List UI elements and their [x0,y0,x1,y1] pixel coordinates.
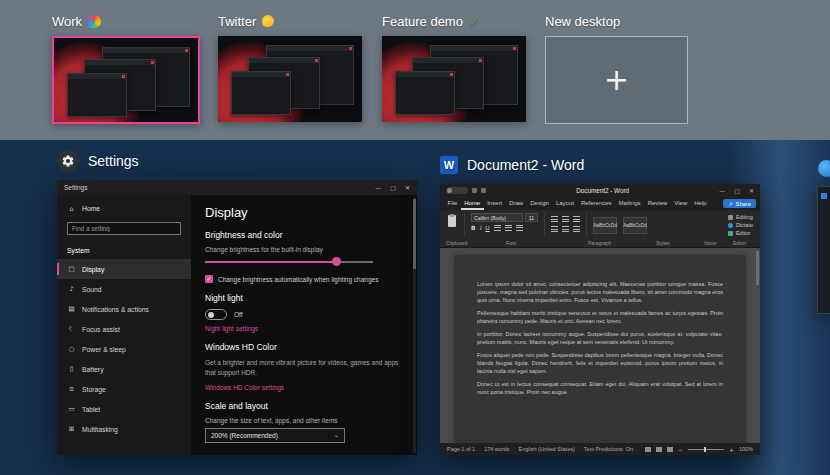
word-window-header[interactable]: W Document2 - Word [440,154,760,176]
group-label-voice: Voice [704,240,716,246]
tab-help: Help [691,197,710,210]
desktop-feature-demo-label[interactable]: Feature demo ✓ [382,10,526,32]
brightness-label: Change brightness for the built-in displ… [205,246,403,253]
ribbon-tabs: File Home Insert Draw Design Layout Refe… [440,197,760,210]
bird-icon [262,15,274,27]
word-statusbar: Page 1 of 1 174 words English (United St… [440,443,760,455]
desktop-work[interactable]: Work [52,10,200,124]
desktop-name: Feature demo [382,14,463,29]
sidebar-item-label: Display [82,266,104,273]
desktop-work-thumbnail[interactable] [52,36,200,124]
tab-layout: Layout [552,197,577,210]
partial-window-thumbnail[interactable] [817,186,830,314]
status-page: Page 1 of 1 [447,446,475,452]
desktop-feature-demo[interactable]: Feature demo ✓ [382,10,526,122]
editing-label: Editing [736,214,753,220]
font-controls-row: Calibri (Body) 11 [471,213,538,222]
editor-icon [728,231,733,236]
word-window: W Document2 - Word Document2 - Word — ▢ … [440,154,760,455]
zoom-in-icon: + [729,446,734,453]
scrollbar-thumb [413,199,416,269]
group-label-paragraph: Paragraph [588,240,611,246]
desktop-wallpaper-art [218,36,362,122]
paste-group [445,213,458,237]
auto-brightness-label: Change brightness automatically when lig… [218,276,378,283]
hdr-description: Get a brighter and more vibrant picture … [205,358,410,378]
word-thumbnail[interactable]: Document2 - Word — ▢ ✕ File Home Insert … [440,184,760,455]
tablet-icon: ▭ [67,405,76,413]
tab-view: View [671,197,691,210]
print-layout-icon [656,447,662,452]
tab-mailings: Mailings [615,197,644,210]
doc-paragraph: Donec ut est in lectus consequat consequ… [477,381,723,397]
desktop-new[interactable]: New desktop + [545,10,688,124]
settings-search-input [67,222,181,235]
align-left-icon [551,226,558,232]
sidebar-item-label: Sound [82,286,102,293]
minimize-icon: — [375,184,381,191]
sidebar-item-label: Multitasking [82,426,118,433]
scale-label: Change the size of text, apps, and other… [205,417,403,424]
settings-window: Settings Settings — ▢ ✕ ⌂ Home Syste [57,150,417,455]
read-mode-icon [645,447,651,452]
palette-icon [88,15,101,28]
status-predictions: Text Predictions: On [584,446,633,452]
style-chip-no-spacing: AaBbCcDd [623,217,647,234]
focus-assist-icon: ☾ [67,325,76,333]
microphone-icon [728,223,733,228]
task-view-screen: Work Twitter [0,0,830,475]
word-window-title: Document2 - Word [467,157,584,173]
share-icon: ↗ [728,201,733,207]
zoom-out-icon: − [678,446,683,453]
checkbox-checked-icon: ✓ [205,275,213,283]
format-icons-row: B I U [471,225,538,231]
night-light-state: Off [234,311,243,318]
window-controls: — ▢ ✕ [719,187,754,194]
tab-draw: Draw [506,197,527,210]
settings-window-header[interactable]: Settings [57,150,417,172]
list-icons-row [551,216,580,222]
maximize-icon: ▢ [734,187,740,194]
statusbar-right: − + 100% [645,446,753,453]
sidebar-section-system: System [57,244,191,259]
align-right-icon [573,226,580,232]
night-light-settings-link: Night light settings [205,325,403,332]
font-color-icon [516,225,523,231]
desktop-wallpaper-art [54,38,198,122]
settings-content: Display Brightness and color Change brig… [191,195,417,455]
dictate-button: Dictate [728,222,753,228]
desktop-twitter-thumbnail[interactable] [218,36,362,122]
sidebar-item-label: Storage [82,386,106,393]
desktop-twitter-label[interactable]: Twitter [218,10,362,32]
night-light-heading: Night light [205,293,403,303]
slider-fill [205,261,336,263]
bold-icon: B [471,225,476,231]
storage-icon: ≡ [67,385,76,393]
desktop-work-label[interactable]: Work [52,10,200,32]
settings-thumbnail[interactable]: Settings — ▢ ✕ ⌂ Home System □ [57,180,417,455]
tab-file: File [444,197,461,210]
share-label: Share [736,201,751,207]
sidebar-item-power-sleep: ○ Power & sleep [57,339,191,359]
sidebar-item-battery: ▯ Battery [57,359,191,379]
minimize-icon: — [719,187,725,194]
new-desktop-button[interactable]: + [545,36,688,124]
tab-references: References [577,197,615,210]
desktop-feature-demo-thumbnail[interactable] [382,36,526,122]
desktop-twitter[interactable]: Twitter [218,10,362,122]
align-icons-row [551,226,580,232]
indent-icon [573,216,580,222]
align-center-icon [562,226,569,232]
sidebar-item-label: Focus assist [82,326,120,333]
mini-window [395,71,455,115]
ribbon-right-stack: Editing Dictate Editor [728,213,755,237]
partial-window[interactable] [812,160,830,330]
sidebar-item-focus-assist: ☾ Focus assist [57,319,191,339]
toggle-off-icon [205,309,227,320]
editor-label: Editor [736,230,750,236]
checkmark-icon: ✓ [469,14,480,29]
desktop-name: Twitter [218,14,256,29]
tab-insert: Insert [484,197,506,210]
editor-button: Editor [728,230,753,236]
sidebar-item-label: Battery [82,366,104,373]
